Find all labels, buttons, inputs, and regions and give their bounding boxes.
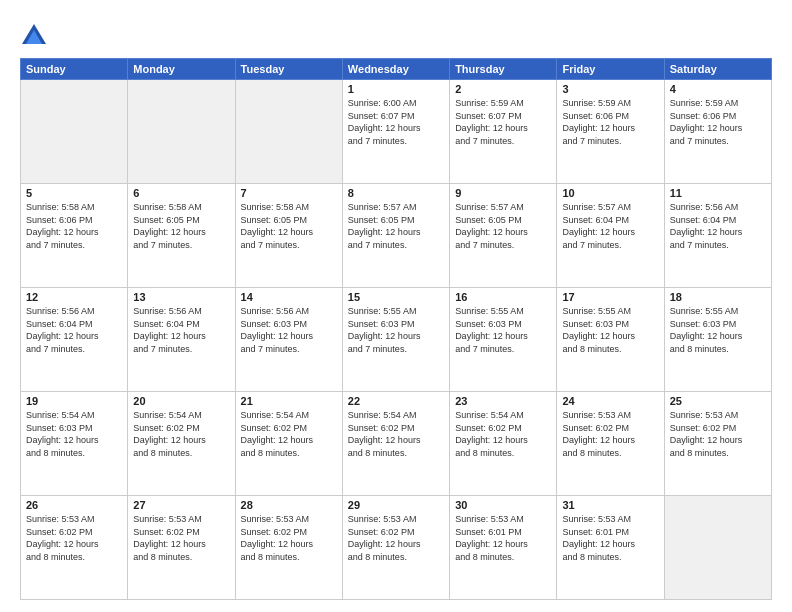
cell-content: Sunrise: 5:55 AMSunset: 6:03 PMDaylight:… xyxy=(562,305,658,355)
cell-content: Sunrise: 5:53 AMSunset: 6:02 PMDaylight:… xyxy=(26,513,122,563)
day-number: 25 xyxy=(670,395,766,407)
week-row-1: 5Sunrise: 5:58 AMSunset: 6:06 PMDaylight… xyxy=(21,184,772,288)
cell-content: Sunrise: 5:53 AMSunset: 6:01 PMDaylight:… xyxy=(455,513,551,563)
calendar-cell: 16Sunrise: 5:55 AMSunset: 6:03 PMDayligh… xyxy=(450,288,557,392)
cell-content: Sunrise: 5:59 AMSunset: 6:07 PMDaylight:… xyxy=(455,97,551,147)
calendar-cell xyxy=(235,80,342,184)
day-number: 29 xyxy=(348,499,444,511)
day-number: 28 xyxy=(241,499,337,511)
cell-content: Sunrise: 5:56 AMSunset: 6:04 PMDaylight:… xyxy=(26,305,122,355)
page: SundayMondayTuesdayWednesdayThursdayFrid… xyxy=(0,0,792,612)
cell-content: Sunrise: 5:56 AMSunset: 6:04 PMDaylight:… xyxy=(133,305,229,355)
week-row-3: 19Sunrise: 5:54 AMSunset: 6:03 PMDayligh… xyxy=(21,392,772,496)
cell-content: Sunrise: 5:53 AMSunset: 6:02 PMDaylight:… xyxy=(133,513,229,563)
cell-content: Sunrise: 5:56 AMSunset: 6:04 PMDaylight:… xyxy=(670,201,766,251)
header xyxy=(20,18,772,50)
weekday-header-monday: Monday xyxy=(128,59,235,80)
cell-content: Sunrise: 5:54 AMSunset: 6:02 PMDaylight:… xyxy=(455,409,551,459)
calendar-cell xyxy=(664,496,771,600)
cell-content: Sunrise: 5:56 AMSunset: 6:03 PMDaylight:… xyxy=(241,305,337,355)
calendar-cell xyxy=(21,80,128,184)
calendar: SundayMondayTuesdayWednesdayThursdayFrid… xyxy=(20,58,772,600)
calendar-header: SundayMondayTuesdayWednesdayThursdayFrid… xyxy=(21,59,772,80)
week-row-4: 26Sunrise: 5:53 AMSunset: 6:02 PMDayligh… xyxy=(21,496,772,600)
day-number: 16 xyxy=(455,291,551,303)
weekday-row: SundayMondayTuesdayWednesdayThursdayFrid… xyxy=(21,59,772,80)
calendar-cell: 31Sunrise: 5:53 AMSunset: 6:01 PMDayligh… xyxy=(557,496,664,600)
calendar-cell: 13Sunrise: 5:56 AMSunset: 6:04 PMDayligh… xyxy=(128,288,235,392)
day-number: 26 xyxy=(26,499,122,511)
day-number: 9 xyxy=(455,187,551,199)
day-number: 23 xyxy=(455,395,551,407)
calendar-cell: 26Sunrise: 5:53 AMSunset: 6:02 PMDayligh… xyxy=(21,496,128,600)
cell-content: Sunrise: 5:53 AMSunset: 6:02 PMDaylight:… xyxy=(241,513,337,563)
cell-content: Sunrise: 5:58 AMSunset: 6:05 PMDaylight:… xyxy=(133,201,229,251)
cell-content: Sunrise: 5:53 AMSunset: 6:01 PMDaylight:… xyxy=(562,513,658,563)
calendar-cell: 28Sunrise: 5:53 AMSunset: 6:02 PMDayligh… xyxy=(235,496,342,600)
calendar-cell: 2Sunrise: 5:59 AMSunset: 6:07 PMDaylight… xyxy=(450,80,557,184)
cell-content: Sunrise: 6:00 AMSunset: 6:07 PMDaylight:… xyxy=(348,97,444,147)
day-number: 8 xyxy=(348,187,444,199)
weekday-header-wednesday: Wednesday xyxy=(342,59,449,80)
weekday-header-friday: Friday xyxy=(557,59,664,80)
calendar-cell: 30Sunrise: 5:53 AMSunset: 6:01 PMDayligh… xyxy=(450,496,557,600)
cell-content: Sunrise: 5:57 AMSunset: 6:05 PMDaylight:… xyxy=(348,201,444,251)
calendar-cell: 20Sunrise: 5:54 AMSunset: 6:02 PMDayligh… xyxy=(128,392,235,496)
calendar-cell: 25Sunrise: 5:53 AMSunset: 6:02 PMDayligh… xyxy=(664,392,771,496)
weekday-header-sunday: Sunday xyxy=(21,59,128,80)
day-number: 27 xyxy=(133,499,229,511)
cell-content: Sunrise: 5:55 AMSunset: 6:03 PMDaylight:… xyxy=(348,305,444,355)
cell-content: Sunrise: 5:58 AMSunset: 6:06 PMDaylight:… xyxy=(26,201,122,251)
logo xyxy=(20,22,52,50)
calendar-cell: 24Sunrise: 5:53 AMSunset: 6:02 PMDayligh… xyxy=(557,392,664,496)
calendar-cell: 22Sunrise: 5:54 AMSunset: 6:02 PMDayligh… xyxy=(342,392,449,496)
cell-content: Sunrise: 5:53 AMSunset: 6:02 PMDaylight:… xyxy=(562,409,658,459)
day-number: 2 xyxy=(455,83,551,95)
calendar-cell: 15Sunrise: 5:55 AMSunset: 6:03 PMDayligh… xyxy=(342,288,449,392)
cell-content: Sunrise: 5:58 AMSunset: 6:05 PMDaylight:… xyxy=(241,201,337,251)
calendar-cell: 14Sunrise: 5:56 AMSunset: 6:03 PMDayligh… xyxy=(235,288,342,392)
calendar-cell: 7Sunrise: 5:58 AMSunset: 6:05 PMDaylight… xyxy=(235,184,342,288)
cell-content: Sunrise: 5:57 AMSunset: 6:05 PMDaylight:… xyxy=(455,201,551,251)
day-number: 4 xyxy=(670,83,766,95)
day-number: 6 xyxy=(133,187,229,199)
day-number: 24 xyxy=(562,395,658,407)
cell-content: Sunrise: 5:57 AMSunset: 6:04 PMDaylight:… xyxy=(562,201,658,251)
day-number: 5 xyxy=(26,187,122,199)
day-number: 15 xyxy=(348,291,444,303)
calendar-cell: 21Sunrise: 5:54 AMSunset: 6:02 PMDayligh… xyxy=(235,392,342,496)
day-number: 22 xyxy=(348,395,444,407)
week-row-2: 12Sunrise: 5:56 AMSunset: 6:04 PMDayligh… xyxy=(21,288,772,392)
cell-content: Sunrise: 5:54 AMSunset: 6:02 PMDaylight:… xyxy=(133,409,229,459)
logo-icon xyxy=(20,22,48,50)
cell-content: Sunrise: 5:55 AMSunset: 6:03 PMDaylight:… xyxy=(670,305,766,355)
weekday-header-saturday: Saturday xyxy=(664,59,771,80)
calendar-cell: 3Sunrise: 5:59 AMSunset: 6:06 PMDaylight… xyxy=(557,80,664,184)
calendar-cell: 5Sunrise: 5:58 AMSunset: 6:06 PMDaylight… xyxy=(21,184,128,288)
calendar-body: 1Sunrise: 6:00 AMSunset: 6:07 PMDaylight… xyxy=(21,80,772,600)
calendar-cell: 27Sunrise: 5:53 AMSunset: 6:02 PMDayligh… xyxy=(128,496,235,600)
day-number: 18 xyxy=(670,291,766,303)
cell-content: Sunrise: 5:59 AMSunset: 6:06 PMDaylight:… xyxy=(670,97,766,147)
calendar-cell: 8Sunrise: 5:57 AMSunset: 6:05 PMDaylight… xyxy=(342,184,449,288)
day-number: 31 xyxy=(562,499,658,511)
day-number: 3 xyxy=(562,83,658,95)
weekday-header-tuesday: Tuesday xyxy=(235,59,342,80)
day-number: 10 xyxy=(562,187,658,199)
calendar-cell: 29Sunrise: 5:53 AMSunset: 6:02 PMDayligh… xyxy=(342,496,449,600)
calendar-cell: 9Sunrise: 5:57 AMSunset: 6:05 PMDaylight… xyxy=(450,184,557,288)
calendar-cell: 19Sunrise: 5:54 AMSunset: 6:03 PMDayligh… xyxy=(21,392,128,496)
cell-content: Sunrise: 5:59 AMSunset: 6:06 PMDaylight:… xyxy=(562,97,658,147)
week-row-0: 1Sunrise: 6:00 AMSunset: 6:07 PMDaylight… xyxy=(21,80,772,184)
calendar-cell: 12Sunrise: 5:56 AMSunset: 6:04 PMDayligh… xyxy=(21,288,128,392)
day-number: 14 xyxy=(241,291,337,303)
cell-content: Sunrise: 5:54 AMSunset: 6:03 PMDaylight:… xyxy=(26,409,122,459)
day-number: 13 xyxy=(133,291,229,303)
calendar-cell xyxy=(128,80,235,184)
day-number: 21 xyxy=(241,395,337,407)
cell-content: Sunrise: 5:54 AMSunset: 6:02 PMDaylight:… xyxy=(241,409,337,459)
calendar-cell: 4Sunrise: 5:59 AMSunset: 6:06 PMDaylight… xyxy=(664,80,771,184)
weekday-header-thursday: Thursday xyxy=(450,59,557,80)
calendar-cell: 6Sunrise: 5:58 AMSunset: 6:05 PMDaylight… xyxy=(128,184,235,288)
day-number: 19 xyxy=(26,395,122,407)
